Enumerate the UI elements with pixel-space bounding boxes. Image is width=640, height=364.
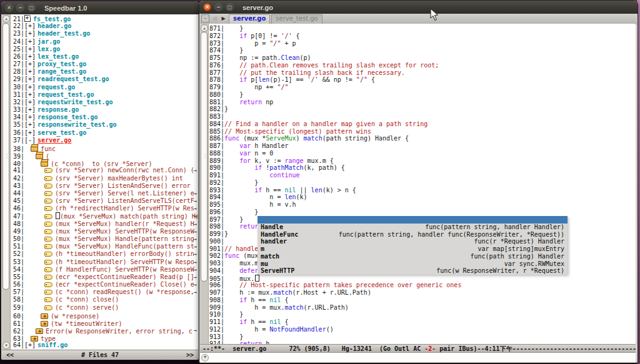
expand-plus-icon[interactable]: [+] <box>24 61 36 67</box>
minibuffer[interactable]: ▼ <box>200 353 636 362</box>
expand-plus-icon[interactable]: [+] <box>24 53 36 60</box>
speedbar-item[interactable]: 50|(mux *ServeMux) Handle(pattern string… <box>11 235 198 243</box>
scroll-down-icon[interactable]: ▼ <box>201 354 209 362</box>
speedbar-item[interactable]: 47|(mux *ServeMux) match(path string) Ha… <box>11 212 198 220</box>
expand-plus-icon[interactable]: [+] <box>24 91 36 98</box>
speedbar-item[interactable]: 51|(mux *ServeMux) HandleFunc(pattern st… <box>11 243 198 250</box>
tag-icon <box>44 222 52 227</box>
expand-plus-icon[interactable]: [+] <box>24 106 36 113</box>
minimize-button[interactable]: − <box>214 3 222 11</box>
speedbar-back-button[interactable]: << <box>6 352 14 358</box>
collapse-minus-icon[interactable]: [-] <box>24 137 36 144</box>
speedbar-scrollbar[interactable]: ▲ ▼ <box>2 14 11 350</box>
editor-body[interactable]: ▲ 871| }872| if p[0] != '/' {873| p = "/… <box>200 24 636 344</box>
speedbar-item[interactable]: 59|(c *conn) serve() <box>11 304 198 312</box>
speedbar-item[interactable]: 44|(srv *Server) Serve(l net.Listener) e… <box>11 190 198 197</box>
speedbar-item[interactable]: 34|[+]response_test.go <box>11 114 198 121</box>
expand-plus-icon[interactable]: [+] <box>24 121 36 128</box>
speedbar-item[interactable]: 39|( <box>11 152 198 159</box>
close-button[interactable]: ✕ <box>203 3 211 11</box>
editor-scrollbar[interactable]: ▲ <box>200 24 209 344</box>
autocomplete-candidate[interactable]: muvar sync.RWMutex <box>258 260 568 268</box>
speedbar-item[interactable]: 40|(c *conn) to (srv *Server) <box>11 159 198 167</box>
speedbar-item[interactable]: 42|(srv *Server) maxHeaderBytes() int <box>11 175 198 182</box>
code-line: 875| np := path.Clean(p) <box>209 54 636 62</box>
autocomplete-candidate[interactable]: matchfunc(path string) Handler <box>258 253 568 260</box>
expand-plus-icon[interactable]: [+] <box>24 342 36 348</box>
expand-plus-icon[interactable]: [+] <box>24 46 36 52</box>
editor-titlebar[interactable]: ✕ − ▢ server.go <box>199 1 638 14</box>
speedbar-item[interactable]: 23|[+]header_test.go <box>11 30 198 37</box>
expand-plus-icon[interactable]: [+] <box>24 129 36 136</box>
speedbar-item[interactable]: 61|(tw *timeoutWriter) <box>11 319 198 327</box>
scroll-up-icon[interactable]: ▲ <box>2 15 10 22</box>
speedbar-item[interactable]: 37|[-]server.go <box>11 137 198 144</box>
speedbar-item[interactable]: 26|[+]lex_test.go <box>11 53 198 61</box>
speedbar-item[interactable]: 29|[+]readrequest_test.go <box>11 76 198 83</box>
speedbar-item[interactable]: 63|type <box>11 334 198 342</box>
autocomplete-candidate[interactable]: Handlefunc(pattern string, handler Handl… <box>258 224 568 231</box>
autocomplete-candidate[interactable]: handlerfunc(r *Request) Handler <box>258 238 568 245</box>
speedbar-item[interactable]: 22|[+]header.go <box>11 22 198 30</box>
expand-plus-icon[interactable]: [+] <box>24 38 36 45</box>
maximize-button[interactable]: ▢ <box>226 3 234 11</box>
speedbar-item[interactable]: 48|(mux *ServeMux) handler(r *Request) H… <box>11 220 198 228</box>
expand-plus-icon[interactable]: [+] <box>24 30 36 37</box>
speedbar-item[interactable]: 36|[+]serve_test.go <box>11 129 198 137</box>
speedbar-titlebar[interactable]: ✕ − ▢ Speedbar 1.0 <box>1 1 199 14</box>
scroll-down-icon[interactable]: ▼ <box>2 342 10 349</box>
speedbar-item[interactable]: 24|[+]jar.go <box>11 38 198 46</box>
autocomplete-candidate[interactable]: ServeHTTPfunc(w ResponseWriter, r *Reque… <box>258 267 568 275</box>
file-tree: 21|fs_test.go22|[+]header.go23|[+]header… <box>11 15 198 350</box>
expand-plus-icon[interactable]: [+] <box>24 84 36 91</box>
scroll-up-icon[interactable]: ▲ <box>201 24 208 32</box>
close-button[interactable]: ✕ <box>5 4 13 12</box>
speedbar-item[interactable]: 41|(srv *Server) newConn(rwc net.Conn) (… <box>11 167 198 174</box>
speedbar-item[interactable]: 28|[+]range_test.go <box>11 68 198 76</box>
speedbar-item[interactable]: 35|[+]responsewrite_test.go <box>11 121 198 129</box>
autocomplete-selected-row[interactable] <box>258 216 568 224</box>
speedbar-item[interactable]: 33|[+]response.go <box>11 106 198 114</box>
autocomplete-candidate[interactable]: mvar map[string]muxEntry <box>258 245 568 253</box>
speedbar-item[interactable]: 30|[+]request.go <box>11 84 198 91</box>
speedbar-item[interactable]: 31|[+]request_test.go <box>11 91 198 99</box>
next-buffer-icon[interactable]: ▶ <box>220 16 227 22</box>
speedbar-item[interactable]: 46|(rh *redirectHandler) ServeHTTP(w Res… <box>11 205 198 212</box>
speedbar-item-label: (h *timeoutHandler) errorBody() strin <box>55 250 194 257</box>
tabbar-minimize-button[interactable]: - <box>201 14 209 22</box>
speedbar-item[interactable]: 21|fs_test.go <box>11 15 198 22</box>
speedbar-item[interactable]: 45|(srv *Server) ListenAndServeTLS(certF… <box>11 197 198 205</box>
speedbar-item[interactable]: 53|(h *timeoutHandler) ServeHTTP(w Respo… <box>11 258 198 266</box>
speedbar-item[interactable]: 54|(f HandlerFunc) ServeHTTP(w ResponseW… <box>11 266 198 273</box>
autocomplete-candidate[interactable]: HandleFuncfunc(pattern string, handler f… <box>258 231 568 239</box>
line-number: 911| <box>209 318 224 325</box>
tab-serve_test.go[interactable]: serve_test.go <box>271 14 322 24</box>
speedbar-forward-button[interactable]: >> <box>186 352 194 358</box>
prev-buffer-icon[interactable]: ◀ <box>211 16 218 22</box>
speedbar-item[interactable]: 56|(ecr *expectContinueReader) Close() e… <box>11 281 198 288</box>
expand-plus-icon[interactable]: [+] <box>24 76 36 82</box>
scrollbar-thumb[interactable] <box>201 32 208 282</box>
expand-plus-icon[interactable]: [+] <box>24 99 36 106</box>
speedbar-item[interactable]: 62|Error(w ResponseWriter, error string,… <box>11 327 198 334</box>
speedbar-item[interactable]: 43|(srv *Server) ListenAndServe() error <box>11 182 198 190</box>
maximize-button[interactable]: ▢ <box>28 4 36 12</box>
scrollbar-thumb[interactable] <box>2 23 9 290</box>
code-area[interactable]: 871| }872| if p[0] != '/' {873| p = "/" … <box>209 25 636 344</box>
speedbar-item[interactable]: 25|[+]lex.go <box>11 46 198 53</box>
speedbar-item[interactable]: 58|(c *conn) close() <box>11 296 198 303</box>
expand-plus-icon[interactable]: [+] <box>24 114 36 121</box>
expand-plus-icon[interactable]: [+] <box>24 22 36 29</box>
speedbar-item[interactable]: 38|func <box>11 144 198 152</box>
speedbar-item[interactable]: 64|[+]sniff.go <box>11 342 198 349</box>
speedbar-item[interactable]: 55|(ecr *expectContinueReader) Read(p []… <box>11 273 198 281</box>
speedbar-item[interactable]: 52|(h *timeoutHandler) errorBody() strin… <box>11 250 198 258</box>
minimize-button[interactable]: − <box>16 4 24 12</box>
speedbar-item[interactable]: 49|(mux *ServeMux) ServeHTTP(w ResponseW… <box>11 228 198 235</box>
speedbar-item[interactable]: 57|(c *conn) readRequest() (w *response,… <box>11 288 198 296</box>
speedbar-item[interactable]: 27|[+]proxy_test.go <box>11 61 198 68</box>
speedbar-item[interactable]: 60|(w *response) <box>11 312 198 319</box>
tab-server.go[interactable]: server.go <box>229 14 270 24</box>
expand-plus-icon[interactable]: [+] <box>24 68 36 75</box>
speedbar-item[interactable]: 32|[+]requestwrite_test.go <box>11 99 198 106</box>
